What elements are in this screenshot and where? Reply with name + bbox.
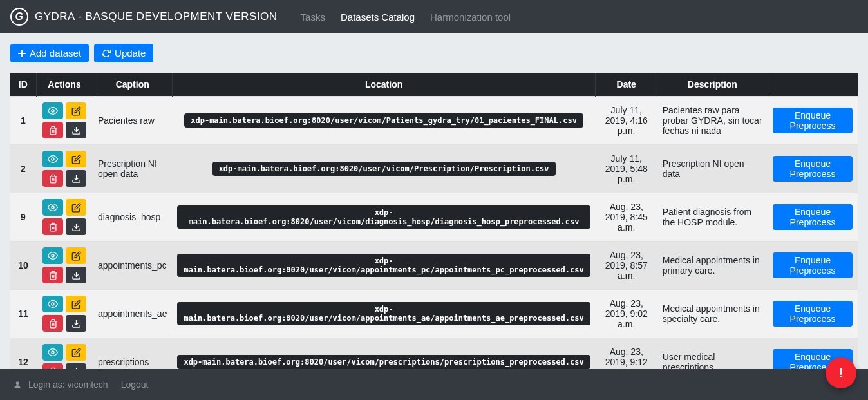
cell-caption: appointments_pc <box>93 242 172 290</box>
delete-button[interactable] <box>42 122 63 138</box>
edit-icon <box>71 106 81 116</box>
cell-description: Patient diagnosis from the HOSP module. <box>657 193 768 242</box>
table-row: 10 appointments_pc xdp-main.batera.bioef… <box>10 242 858 290</box>
th-enqueue <box>768 73 858 97</box>
delete-button[interactable] <box>42 267 63 283</box>
view-button[interactable] <box>42 247 63 264</box>
enqueue-preprocess-button[interactable]: Enqueue Preprocess <box>773 301 853 327</box>
cell-date: Aug. 23, 2019, 8:45 a.m. <box>596 193 657 242</box>
cell-date: Aug. 23, 2019, 8:57 a.m. <box>596 242 657 290</box>
brand[interactable]: G GYDRA - BASQUE DEVELOPMENT VERSION <box>10 8 278 26</box>
cell-enqueue: Enqueue Preprocess <box>768 97 858 145</box>
edit-icon <box>71 300 81 309</box>
toolbar: Add dataset Update <box>0 33 868 73</box>
svg-point-4 <box>52 303 54 305</box>
cell-id: 9 <box>10 193 36 242</box>
download-icon <box>71 174 81 184</box>
view-button[interactable] <box>42 151 63 167</box>
delete-button[interactable] <box>42 170 63 187</box>
svg-point-8 <box>16 381 19 385</box>
th-actions: Actions <box>36 73 93 97</box>
footer: Login as: vicomtech Logout <box>0 369 868 400</box>
datasets-table-wrap: ID Actions Caption Location Date Descrip… <box>0 73 868 400</box>
delete-button[interactable] <box>42 218 63 235</box>
eye-icon <box>48 251 58 261</box>
enqueue-preprocess-button[interactable]: Enqueue Preprocess <box>773 108 853 133</box>
download-button[interactable] <box>66 315 86 332</box>
cell-caption: diagnosis_hosp <box>93 193 172 242</box>
edit-icon <box>71 155 81 164</box>
svg-point-0 <box>52 110 54 112</box>
svg-point-5 <box>52 351 54 354</box>
download-button[interactable] <box>66 267 86 283</box>
th-id: ID <box>10 73 36 97</box>
eye-icon <box>48 202 58 213</box>
cell-location: xdp-main.batera.bioef.org:8020/user/vico… <box>172 290 595 338</box>
view-button[interactable] <box>42 296 63 312</box>
edit-button[interactable] <box>66 102 86 119</box>
cell-id: 10 <box>10 242 36 290</box>
download-button[interactable] <box>66 170 86 187</box>
cell-enqueue: Enqueue Preprocess <box>768 290 858 338</box>
add-dataset-label: Add dataset <box>30 48 81 59</box>
location-badge: xdp-main.batera.bioef.org:8020/user/vico… <box>184 113 583 128</box>
eye-icon <box>48 299 58 309</box>
cell-date: July 11, 2019, 4:16 p.m. <box>596 97 657 145</box>
location-badge: xdp-main.batera.bioef.org:8020/user/vico… <box>177 254 590 277</box>
cell-description: Prescription NI open data <box>657 145 768 193</box>
nav-link-datasets-catalog[interactable]: Datasets Catalog <box>333 6 422 28</box>
exclamation-icon: ! <box>839 366 844 381</box>
edit-button[interactable] <box>66 199 86 216</box>
trash-icon <box>48 174 58 184</box>
view-button[interactable] <box>42 344 63 361</box>
alert-fab[interactable]: ! <box>826 357 856 388</box>
th-location: Location <box>172 73 595 97</box>
edit-icon <box>71 348 81 357</box>
nav-link-tasks[interactable]: Tasks <box>293 6 333 28</box>
datasets-table: ID Actions Caption Location Date Descrip… <box>10 73 858 400</box>
cell-description: Medical appointments in specialty care. <box>657 290 768 338</box>
cell-actions <box>36 290 93 338</box>
download-icon <box>71 319 81 329</box>
login-as: Login as: vicomtech <box>13 379 108 390</box>
edit-button[interactable] <box>66 247 86 264</box>
trash-icon <box>48 271 58 280</box>
download-button[interactable] <box>66 122 86 138</box>
download-button[interactable] <box>66 218 86 235</box>
cell-id: 1 <box>10 97 36 145</box>
edit-icon <box>71 203 81 213</box>
eye-icon <box>48 154 58 164</box>
table-row: 9 diagnosis_hosp xdp-main.batera.bioef.o… <box>10 193 858 242</box>
th-caption: Caption <box>93 73 172 97</box>
add-dataset-button[interactable]: Add dataset <box>10 44 89 62</box>
navbar: G GYDRA - BASQUE DEVELOPMENT VERSION Tas… <box>0 0 868 33</box>
eye-icon <box>48 347 58 357</box>
brand-title: GYDRA - BASQUE DEVELOPMENT VERSION <box>35 10 278 23</box>
th-description: Description <box>657 73 768 97</box>
enqueue-preprocess-button[interactable]: Enqueue Preprocess <box>773 156 853 182</box>
enqueue-preprocess-button[interactable]: Enqueue Preprocess <box>773 204 853 230</box>
view-button[interactable] <box>42 199 63 216</box>
enqueue-preprocess-button[interactable]: Enqueue Preprocess <box>773 252 853 278</box>
svg-point-2 <box>52 206 54 209</box>
delete-button[interactable] <box>42 315 63 332</box>
cell-caption: appointments_ae <box>93 290 172 338</box>
cell-location: xdp-main.batera.bioef.org:8020/user/vico… <box>172 242 595 290</box>
edit-button[interactable] <box>66 296 86 312</box>
refresh-icon <box>102 49 111 58</box>
edit-button[interactable] <box>66 151 86 167</box>
cell-actions <box>36 193 93 242</box>
cell-location: xdp-main.batera.bioef.org:8020/user/vico… <box>172 193 595 242</box>
cell-id: 2 <box>10 145 36 193</box>
trash-icon <box>48 319 58 329</box>
view-button[interactable] <box>42 102 63 119</box>
download-icon <box>71 271 81 280</box>
table-row: 1 Pacientes raw xdp-main.batera.bioef.or… <box>10 97 858 145</box>
edit-button[interactable] <box>66 344 86 361</box>
trash-icon <box>48 222 58 232</box>
logout-link[interactable]: Logout <box>121 379 149 390</box>
nav-links: TasksDatasets CatalogHarmonization tool <box>293 6 518 28</box>
th-date: Date <box>596 73 657 97</box>
nav-link-harmonization-tool[interactable]: Harmonization tool <box>422 6 518 28</box>
update-button[interactable]: Update <box>94 44 153 62</box>
